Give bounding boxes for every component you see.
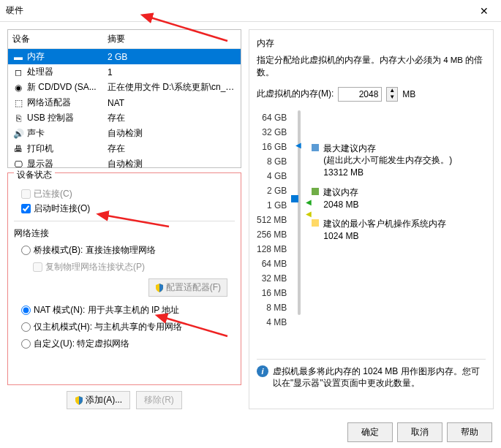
bridge-radio-row[interactable]: 桥接模式(B): 直接连接物理网络 (21, 244, 227, 257)
legend-max-val: 13312 MB (323, 167, 452, 179)
network-title: 网络连接 (14, 227, 235, 240)
tick-label: 32 GB (257, 125, 287, 140)
shield-icon (75, 396, 83, 405)
custom-radio-row[interactable]: 自定义(U): 特定虚拟网络 (21, 338, 227, 350)
table-row[interactable]: 🖶打印机存在 (8, 141, 241, 156)
remove-button: 移除(R) (136, 391, 182, 409)
table-row[interactable]: ⎘USB 控制器存在 (8, 110, 241, 126)
connected-checkbox-row: 已连接(C) (21, 188, 227, 200)
connected-checkbox (21, 189, 31, 199)
custom-label: 自定义(U): 特定虚拟网络 (34, 338, 129, 350)
device-name: 新 CD/DVD (SA... (27, 81, 108, 94)
device-summary: 2 GB (108, 52, 236, 62)
device-summary: 存在 (108, 112, 236, 124)
memory-tick-labels: 64 GB32 GB16 GB8 GB4 GB2 GB1 GB512 MB256… (257, 110, 287, 330)
tick-label: 4 MB (257, 315, 287, 330)
connect-on-start-row[interactable]: 启动时连接(O) (21, 202, 227, 215)
memory-note: 虚拟机最多将此内存的 1024 MB 用作图形内存。您可以在"显示器"设置页面中… (273, 365, 486, 390)
legend-min-val: 1024 MB (323, 230, 446, 243)
tick-label: 64 MB (257, 257, 287, 271)
memory-label: 此虚拟机的内存(M): (257, 88, 334, 100)
nat-radio-row[interactable]: NAT 模式(N): 用于共享主机的 IP 地址 (21, 304, 227, 316)
nat-radio[interactable] (21, 305, 31, 315)
tick-label: 128 MB (257, 242, 287, 257)
device-name: 声卡 (27, 127, 108, 140)
device-summary: 自动检测 (108, 158, 236, 170)
tick-label: 8 GB (257, 154, 287, 169)
tick-label: 256 MB (257, 227, 287, 242)
connected-label: 已连接(C) (34, 188, 72, 200)
replicate-row: 复制物理网络连接状态(P) (33, 261, 227, 273)
legend-rec-title: 建议内存 (323, 186, 358, 199)
shield-icon (155, 284, 164, 292)
device-summary: 1 (108, 67, 236, 77)
device-name: 打印机 (27, 143, 108, 155)
hostonly-radio[interactable] (21, 322, 31, 332)
rec-marker-icon: ◀ (306, 198, 312, 206)
connect-on-start-checkbox[interactable] (21, 204, 31, 213)
device-name: USB 控制器 (27, 112, 108, 124)
legend-min-title: 建议的最小客户机操作系统内存 (323, 218, 446, 230)
device-table: 设备 摘要 ▬内存2 GB◻处理器1◉新 CD/DVD (SA...正在使用文件… (7, 29, 241, 168)
col-summary-header: 摘要 (108, 33, 236, 45)
usb-icon: ⎘ (12, 113, 24, 124)
cancel-button[interactable]: 取消 (397, 422, 442, 442)
memory-spinner[interactable]: ▲▼ (386, 87, 398, 102)
col-device-header: 设备 (12, 33, 108, 45)
device-name: 处理器 (27, 66, 108, 78)
device-summary: NAT (108, 98, 236, 108)
cpu-icon: ◻ (12, 67, 24, 77)
sound-icon: 🔊 (12, 129, 24, 139)
tick-label: 16 MB (257, 286, 287, 300)
status-title: 设备状态 (14, 169, 55, 181)
memory-slider[interactable]: ◀ ◀ ◀ (293, 110, 306, 315)
device-summary: 存在 (108, 143, 236, 155)
connect-on-start-label: 启动时连接(O) (34, 202, 90, 215)
table-row[interactable]: ▬内存2 GB (8, 49, 241, 64)
min-marker-icon: ◀ (306, 210, 312, 218)
display-icon: 🖵 (12, 159, 24, 170)
blue-square-icon (312, 144, 319, 151)
tick-label: 8 MB (257, 300, 287, 315)
memory-title: 内存 (257, 37, 486, 50)
replicate-checkbox (33, 262, 42, 272)
table-row[interactable]: ◉新 CD/DVD (SA...正在使用文件 D:\系统更新\cn_wi... (8, 80, 241, 95)
custom-radio[interactable] (21, 339, 31, 349)
tick-label: 4 GB (257, 169, 287, 183)
hostonly-label: 仅主机模式(H): 与主机共享的专用网络 (34, 321, 182, 333)
tick-label: 1 GB (257, 198, 287, 213)
close-icon[interactable]: ✕ (473, 5, 495, 17)
info-icon: i (257, 365, 268, 377)
memory-desc: 指定分配给此虚拟机的内存量。内存大小必须为 4 MB 的倍数。 (257, 54, 486, 80)
tick-label: 2 GB (257, 183, 287, 198)
green-square-icon (312, 188, 319, 195)
cd-icon: ◉ (12, 83, 24, 93)
add-button[interactable]: 添加(A)... (67, 391, 130, 409)
net-icon: ⬚ (12, 98, 24, 108)
tick-label: 16 GB (257, 140, 287, 154)
replicate-label: 复制物理网络连接状态(P) (45, 261, 145, 273)
legend-max-title: 最大建议内存 (323, 143, 452, 155)
memory-input[interactable] (338, 87, 382, 102)
help-button[interactable]: 帮助 (447, 422, 492, 442)
device-status-box: 设备状态 已连接(C) 启动时连接(O) 网络连接 桥接模式(B): 直接连接物… (7, 172, 241, 385)
tick-label: 32 MB (257, 271, 287, 286)
hostonly-radio-row[interactable]: 仅主机模式(H): 与主机共享的专用网络 (21, 321, 227, 333)
window-title: 硬件 (6, 4, 23, 17)
device-summary: 自动检测 (108, 127, 236, 140)
bridge-radio[interactable] (21, 246, 31, 255)
config-adapter-button: 配置适配器(F) (148, 278, 227, 297)
slider-thumb-icon[interactable] (291, 195, 298, 202)
printer-icon: 🖶 (12, 144, 24, 154)
max-marker-icon: ◀ (295, 141, 301, 149)
memory-icon: ▬ (12, 52, 24, 62)
table-row[interactable]: ◻处理器1 (8, 64, 241, 80)
ok-button[interactable]: 确定 (347, 422, 393, 442)
device-name: 网络适配器 (27, 96, 108, 109)
table-row[interactable]: ⬚网络适配器NAT (8, 95, 241, 110)
memory-unit: MB (402, 89, 415, 99)
tick-label: 512 MB (257, 213, 287, 227)
table-row[interactable]: 🔊声卡自动检测 (8, 126, 241, 141)
device-summary: 正在使用文件 D:\系统更新\cn_wi... (108, 81, 236, 94)
legend-max-desc: (超出此大小可能发生内存交换。) (323, 154, 452, 167)
